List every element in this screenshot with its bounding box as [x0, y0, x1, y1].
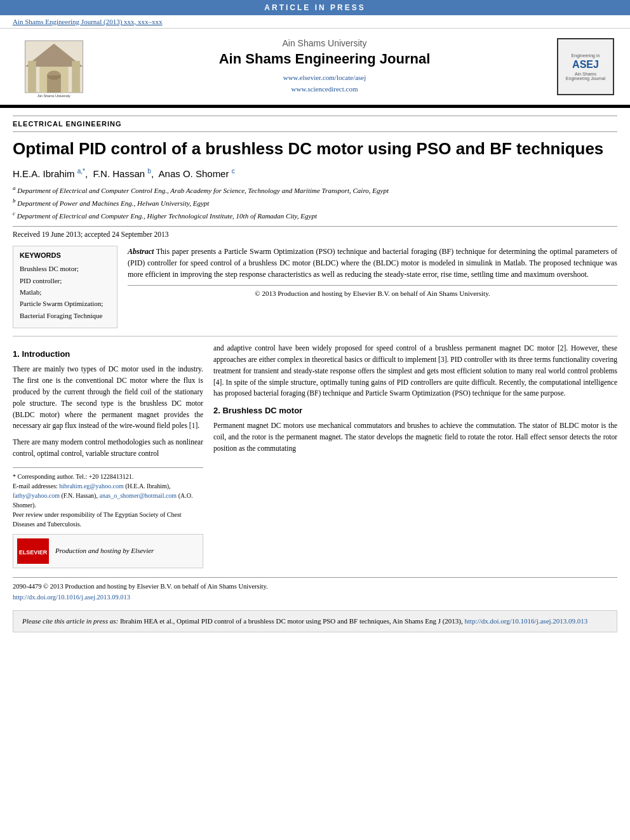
- abstract-copyright: © 2013 Production and hosting by Elsevie…: [128, 285, 617, 299]
- university-name: Ain Shams University: [102, 38, 547, 48]
- citation-text: Ibrahim HEA et al., Optimal PID control …: [120, 617, 465, 625]
- category-label: ELECTRICAL ENGINEERING: [13, 116, 617, 132]
- corresponding-note: * Corresponding author. Tel.: +20 122841…: [13, 472, 203, 481]
- body-left-column: 1. Introduction There are mainly two typ…: [13, 343, 203, 568]
- journal-full-name: Ain Shams Engineering Journal: [102, 51, 547, 67]
- email-1[interactable]: hibrahim.eg@yahoo.com: [59, 483, 123, 490]
- elsevier-logo: ELSEVIER: [17, 538, 49, 564]
- doi-link[interactable]: http://dx.doi.org/10.1016/j.asej.2013.09…: [13, 592, 617, 603]
- keywords-abstract-section: KEYWORDS Brushless DC motor; PID control…: [13, 246, 617, 328]
- elsevier-url[interactable]: www.elsevier.com/locate/asej: [102, 72, 547, 84]
- main-content: ELECTRICAL ENGINEERING Optimal PID contr…: [0, 116, 630, 632]
- footer-author-info: * Corresponding author. Tel.: +20 122841…: [13, 467, 203, 529]
- elsevier-section: ELSEVIER Production and hosting by Elsev…: [13, 534, 203, 568]
- affiliation-a: a Department of Electrical and Computer …: [13, 184, 617, 196]
- keyword-1: Brushless DC motor;: [20, 264, 111, 274]
- abstract-label: Abstract: [128, 247, 154, 256]
- affiliation-c: c Department of Electrical and Computer …: [13, 210, 617, 221]
- intro-para-1: There are mainly two types of DC motor u…: [13, 364, 203, 432]
- citation-doi[interactable]: http://dx.doi.org/10.1016/j.asej.2013.09…: [465, 617, 588, 625]
- author-1: H.E.A. Ibrahim a,*: [13, 168, 85, 179]
- authors-line: H.E.A. Ibrahim a,*, F.N. Hassan b, Anas …: [13, 168, 617, 179]
- keyword-4: Particle Swarm Optimization;: [20, 299, 111, 309]
- svg-text:Ain Shams University: Ain Shams University: [37, 94, 70, 98]
- citation-box: Please cite this article in press as: Ib…: [13, 610, 617, 632]
- email-3[interactable]: anas_o_shomer@hotmail.com: [99, 492, 177, 499]
- abstract-text: Abstract This paper presents a Particle …: [128, 246, 617, 280]
- author-3: Anas O. Shomer c: [159, 168, 235, 179]
- keyword-5: Bacterial Foraging Technique: [20, 311, 111, 321]
- received-line: Received 19 June 2013; accepted 24 Septe…: [13, 226, 617, 238]
- abstract-box: Abstract This paper presents a Particle …: [128, 246, 617, 328]
- keyword-2: PID controller;: [20, 276, 111, 286]
- svg-text:ELSEVIER: ELSEVIER: [19, 549, 48, 556]
- journal-links: www.elsevier.com/locate/asej www.science…: [102, 72, 547, 95]
- article-title: Optimal PID control of a brushless DC mo…: [13, 138, 617, 160]
- section2-para: Permanent magnet DC motors use mechanica…: [213, 420, 617, 454]
- affiliations-block: a Department of Electrical and Computer …: [13, 184, 617, 221]
- affiliation-b: b Department of Power and Machines Eng.,…: [13, 197, 617, 208]
- journal-header: Ain Shams University Ain Shams Universit…: [0, 28, 630, 107]
- section-divider-1: [13, 336, 617, 337]
- email-2[interactable]: fathy@yahoo.com: [13, 492, 60, 499]
- keyword-3: Matlab;: [20, 288, 111, 297]
- citation-label: Please cite this article in press as:: [22, 617, 118, 625]
- journal-link-line[interactable]: Ain Shams Engineering Journal (2013) xxx…: [0, 15, 630, 28]
- body-columns: 1. Introduction There are mainly two typ…: [13, 343, 617, 568]
- section2-heading: 2. Brushless DC motor: [213, 404, 617, 417]
- issn-line: 2090-4479 © 2013 Production and hosting …: [13, 582, 617, 592]
- right-para-1: and adaptive control have been widely pr…: [213, 343, 617, 399]
- journal-title-block: Ain Shams University Ain Shams Engineeri…: [102, 38, 547, 95]
- keywords-box: KEYWORDS Brushless DC motor; PID control…: [13, 246, 117, 328]
- intro-para-2: There are many modern control methodolog…: [13, 437, 203, 460]
- peer-review-note: Peer review under responsibility of The …: [13, 510, 203, 529]
- email-addresses-line: E-mail addresses: hibrahim.eg@yahoo.com …: [13, 481, 203, 510]
- svg-rect-6: [72, 61, 80, 93]
- asej-logo: Engineering in ASEJ Ain ShamsEngineering…: [554, 38, 617, 95]
- author-2: F.N. Hassan b: [93, 168, 151, 179]
- keywords-title: KEYWORDS: [20, 251, 111, 259]
- svg-rect-5: [28, 61, 36, 93]
- body-right-column: and adaptive control have been widely pr…: [213, 343, 617, 568]
- article-in-press-banner: ARTICLE IN PRESS: [0, 0, 630, 15]
- intro-heading: 1. Introduction: [13, 348, 203, 361]
- svg-point-4: [47, 70, 61, 80]
- bottom-copyright: 2090-4479 © 2013 Production and hosting …: [13, 577, 617, 606]
- sciencedirect-url[interactable]: www.sciencedirect.com: [102, 84, 547, 95]
- header-divider: [0, 107, 630, 108]
- elsevier-text: Production and hosting by Elsevier: [55, 545, 154, 556]
- university-logo: Ain Shams University: [13, 35, 95, 98]
